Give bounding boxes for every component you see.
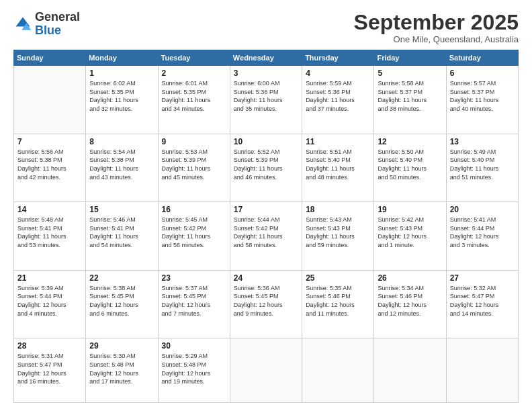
table-row: 12Sunrise: 5:50 AM Sunset: 5:40 PM Dayli…: [374, 134, 446, 202]
calendar-table: Sunday Monday Tuesday Wednesday Thursday…: [13, 50, 519, 403]
table-row: [374, 338, 446, 403]
day-number: 8: [89, 137, 154, 146]
table-row: 13Sunrise: 5:49 AM Sunset: 5:40 PM Dayli…: [446, 134, 518, 202]
day-number: 25: [306, 273, 370, 283]
day-info: Sunrise: 6:02 AM Sunset: 5:35 PM Dayligh…: [89, 79, 154, 113]
day-info: Sunrise: 5:51 AM Sunset: 5:40 PM Dayligh…: [306, 148, 370, 181]
table-row: [14, 66, 86, 134]
calendar-week-row: 7Sunrise: 5:56 AM Sunset: 5:38 PM Daylig…: [14, 134, 519, 202]
table-row: 19Sunrise: 5:42 AM Sunset: 5:43 PM Dayli…: [374, 202, 446, 271]
table-row: 10Sunrise: 5:52 AM Sunset: 5:39 PM Dayli…: [230, 134, 302, 202]
day-info: Sunrise: 5:50 AM Sunset: 5:40 PM Dayligh…: [378, 148, 442, 181]
day-number: 21: [17, 273, 82, 283]
day-number: 4: [306, 68, 370, 78]
table-row: 11Sunrise: 5:51 AM Sunset: 5:40 PM Dayli…: [302, 134, 374, 202]
day-number: 18: [306, 205, 370, 214]
table-row: 24Sunrise: 5:36 AM Sunset: 5:45 PM Dayli…: [230, 270, 302, 338]
weekday-header-row: Sunday Monday Tuesday Wednesday Thursday…: [14, 50, 519, 66]
day-number: 16: [162, 205, 226, 214]
day-number: 24: [234, 273, 298, 283]
logo-blue-text: Blue: [35, 24, 61, 37]
day-info: Sunrise: 5:30 AM Sunset: 5:48 PM Dayligh…: [89, 352, 154, 385]
day-info: Sunrise: 5:45 AM Sunset: 5:42 PM Dayligh…: [162, 216, 226, 249]
day-number: 26: [378, 273, 442, 283]
day-info: Sunrise: 5:31 AM Sunset: 5:47 PM Dayligh…: [17, 352, 82, 385]
table-row: 2Sunrise: 6:01 AM Sunset: 5:35 PM Daylig…: [158, 66, 230, 134]
day-number: 23: [162, 273, 226, 283]
day-number: 10: [234, 137, 298, 146]
day-number: 3: [234, 68, 298, 78]
day-number: 12: [378, 137, 442, 146]
header-monday: Monday: [86, 50, 158, 66]
header-sunday: Sunday: [14, 50, 86, 66]
logo-icon: [13, 15, 32, 34]
day-number: 22: [89, 273, 154, 283]
table-row: 28Sunrise: 5:31 AM Sunset: 5:47 PM Dayli…: [14, 338, 86, 403]
header-thursday: Thursday: [302, 50, 374, 66]
day-info: Sunrise: 5:48 AM Sunset: 5:41 PM Dayligh…: [17, 216, 82, 249]
day-number: 14: [17, 205, 82, 214]
table-row: 8Sunrise: 5:54 AM Sunset: 5:38 PM Daylig…: [86, 134, 158, 202]
table-row: 29Sunrise: 5:30 AM Sunset: 5:48 PM Dayli…: [86, 338, 158, 403]
day-info: Sunrise: 5:32 AM Sunset: 5:47 PM Dayligh…: [450, 284, 515, 318]
day-info: Sunrise: 6:01 AM Sunset: 5:35 PM Dayligh…: [162, 79, 226, 113]
day-info: Sunrise: 5:46 AM Sunset: 5:41 PM Dayligh…: [89, 216, 154, 249]
day-number: 17: [234, 205, 298, 214]
table-row: 5Sunrise: 5:58 AM Sunset: 5:37 PM Daylig…: [374, 66, 446, 134]
day-info: Sunrise: 5:53 AM Sunset: 5:39 PM Dayligh…: [162, 148, 226, 181]
day-number: 6: [450, 68, 515, 78]
table-row: 17Sunrise: 5:44 AM Sunset: 5:42 PM Dayli…: [230, 202, 302, 271]
day-info: Sunrise: 5:41 AM Sunset: 5:44 PM Dayligh…: [450, 216, 515, 249]
day-number: 29: [89, 341, 154, 351]
table-row: 27Sunrise: 5:32 AM Sunset: 5:47 PM Dayli…: [446, 270, 518, 338]
calendar-week-row: 21Sunrise: 5:39 AM Sunset: 5:44 PM Dayli…: [14, 270, 519, 338]
calendar-week-row: 14Sunrise: 5:48 AM Sunset: 5:41 PM Dayli…: [14, 202, 519, 271]
table-row: 20Sunrise: 5:41 AM Sunset: 5:44 PM Dayli…: [446, 202, 518, 271]
day-number: 27: [450, 273, 515, 283]
table-row: [302, 338, 374, 403]
table-row: 14Sunrise: 5:48 AM Sunset: 5:41 PM Dayli…: [14, 202, 86, 271]
day-info: Sunrise: 5:39 AM Sunset: 5:44 PM Dayligh…: [17, 284, 82, 318]
day-info: Sunrise: 5:42 AM Sunset: 5:43 PM Dayligh…: [378, 216, 442, 249]
day-info: Sunrise: 6:00 AM Sunset: 5:36 PM Dayligh…: [234, 79, 298, 113]
day-number: 1: [89, 68, 154, 78]
table-row: 6Sunrise: 5:57 AM Sunset: 5:37 PM Daylig…: [446, 66, 518, 134]
day-number: 2: [162, 68, 226, 78]
calendar-week-row: 1Sunrise: 6:02 AM Sunset: 5:35 PM Daylig…: [14, 66, 519, 134]
day-info: Sunrise: 5:54 AM Sunset: 5:38 PM Dayligh…: [89, 148, 154, 181]
table-row: 23Sunrise: 5:37 AM Sunset: 5:45 PM Dayli…: [158, 270, 230, 338]
day-number: 20: [450, 205, 515, 214]
page: General Blue September 2025 One Mile, Qu…: [0, 0, 532, 411]
day-info: Sunrise: 5:59 AM Sunset: 5:36 PM Dayligh…: [306, 79, 370, 113]
table-row: 26Sunrise: 5:34 AM Sunset: 5:46 PM Dayli…: [374, 270, 446, 338]
table-row: [230, 338, 302, 403]
table-row: 18Sunrise: 5:43 AM Sunset: 5:43 PM Dayli…: [302, 202, 374, 271]
header-tuesday: Tuesday: [158, 50, 230, 66]
day-info: Sunrise: 5:35 AM Sunset: 5:46 PM Dayligh…: [306, 284, 370, 318]
header-saturday: Saturday: [446, 50, 518, 66]
table-row: 16Sunrise: 5:45 AM Sunset: 5:42 PM Dayli…: [158, 202, 230, 271]
table-row: 3Sunrise: 6:00 AM Sunset: 5:36 PM Daylig…: [230, 66, 302, 134]
logo: General Blue: [13, 11, 80, 38]
day-info: Sunrise: 5:38 AM Sunset: 5:45 PM Dayligh…: [89, 284, 154, 318]
day-number: 13: [450, 137, 515, 146]
table-row: 21Sunrise: 5:39 AM Sunset: 5:44 PM Dayli…: [14, 270, 86, 338]
day-info: Sunrise: 5:29 AM Sunset: 5:48 PM Dayligh…: [162, 352, 226, 385]
table-row: 9Sunrise: 5:53 AM Sunset: 5:39 PM Daylig…: [158, 134, 230, 202]
header-wednesday: Wednesday: [230, 50, 302, 66]
header-friday: Friday: [374, 50, 446, 66]
title-block: September 2025 One Mile, Queensland, Aus…: [354, 11, 519, 44]
table-row: [446, 338, 518, 403]
header: General Blue September 2025 One Mile, Qu…: [13, 11, 519, 44]
day-number: 9: [162, 137, 226, 146]
calendar-week-row: 28Sunrise: 5:31 AM Sunset: 5:47 PM Dayli…: [14, 338, 519, 403]
table-row: 30Sunrise: 5:29 AM Sunset: 5:48 PM Dayli…: [158, 338, 230, 403]
table-row: 25Sunrise: 5:35 AM Sunset: 5:46 PM Dayli…: [302, 270, 374, 338]
logo-general-text: General: [35, 10, 80, 24]
day-info: Sunrise: 5:57 AM Sunset: 5:37 PM Dayligh…: [450, 79, 515, 113]
day-number: 28: [17, 341, 82, 351]
day-info: Sunrise: 5:56 AM Sunset: 5:38 PM Dayligh…: [17, 148, 82, 181]
location-subtitle: One Mile, Queensland, Australia: [354, 34, 519, 44]
day-number: 15: [89, 205, 154, 214]
day-info: Sunrise: 5:49 AM Sunset: 5:40 PM Dayligh…: [450, 148, 515, 181]
